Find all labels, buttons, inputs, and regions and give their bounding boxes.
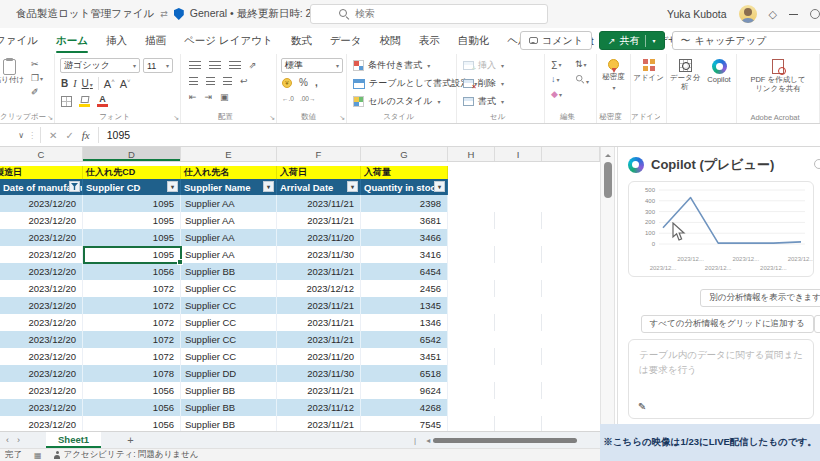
comments-button[interactable]: コメント (520, 31, 592, 50)
empty-cell[interactable] (448, 246, 495, 263)
ribbon-tab-7[interactable]: 校閲 (371, 28, 410, 54)
table-cell[interactable]: 2023/11/21 (277, 263, 361, 280)
sort-filter-button[interactable]: ⇅▾ (575, 59, 589, 69)
shrink-font-button[interactable]: A˅ (120, 78, 131, 90)
copilot-suggestion-button[interactable]: 別の分析情報を表示できます (700, 289, 820, 307)
vertical-scroll-thumb[interactable] (604, 162, 612, 198)
table-cell[interactable]: 2023/11/21 (277, 297, 361, 314)
table-cell[interactable]: 2023/11/30 (277, 365, 361, 382)
table-cell[interactable]: Supplier DD (181, 365, 277, 382)
fill-color-button[interactable] (79, 96, 90, 107)
table-cell[interactable]: 2023/11/20 (277, 229, 361, 246)
dialog-launcher-icon[interactable]: ↘ (339, 114, 345, 122)
comma-format-icon[interactable]: , (315, 77, 318, 88)
table-cell[interactable]: 1072 (83, 348, 181, 365)
font-name-select[interactable]: 游ゴシック▾ (60, 58, 140, 73)
empty-cell[interactable] (448, 331, 495, 348)
table-cell[interactable]: Supplier CC (181, 314, 277, 331)
table-cell[interactable]: 3451 (361, 348, 448, 365)
ribbon-tab-6[interactable]: データ (321, 28, 371, 54)
copilot-button[interactable]: Copilot (702, 59, 736, 85)
table-header-cell[interactable]: Arrival Date▾ (277, 179, 361, 195)
table-cell[interactable]: 1095 (83, 229, 181, 246)
yellow-header-cell[interactable]: 入荷量 (361, 166, 448, 179)
copilot-add-insights-button[interactable]: すべての分析情報をグリッドに追加する (641, 315, 814, 333)
empty-cell[interactable] (448, 195, 495, 212)
table-cell[interactable]: 1056 (83, 382, 181, 399)
decrease-indent-icon[interactable]: ⇤ (189, 92, 197, 102)
ribbon-tab-0[interactable]: ファイル (0, 28, 47, 54)
fx-icon[interactable]: fx (82, 129, 90, 141)
table-cell[interactable]: Supplier CC (181, 348, 277, 365)
decrease-decimal-icon[interactable]: .00→ (300, 95, 316, 102)
table-cell[interactable]: Supplier CC (181, 297, 277, 314)
table-cell[interactable]: 1056 (83, 399, 181, 416)
table-cell[interactable]: 1078 (83, 365, 181, 382)
empty-cell[interactable] (448, 348, 495, 365)
table-cell[interactable]: 3416 (361, 246, 448, 263)
prev-sheet-button[interactable]: ‹ (6, 435, 9, 445)
paste-button[interactable]: 貼り付け (0, 59, 27, 85)
column-header-G[interactable]: G (361, 147, 448, 161)
add-sheet-button[interactable]: + (127, 434, 133, 446)
empty-cell[interactable] (448, 314, 495, 331)
table-cell[interactable]: 2023/11/30 (277, 246, 361, 263)
empty-cell[interactable] (448, 297, 495, 314)
addins-button[interactable]: アドイン (631, 59, 666, 83)
table-cell[interactable]: 2023/12/20 (0, 365, 83, 382)
empty-cell[interactable] (495, 331, 542, 348)
filter-active-button[interactable] (69, 181, 80, 192)
vertical-scrollbar[interactable] (600, 147, 615, 424)
table-header-cell[interactable]: Supplier Name▾ (181, 179, 277, 195)
filter-dropdown-button[interactable]: ▾ (347, 181, 358, 192)
share-button[interactable]: ↗ 共有 ▾ (599, 31, 665, 50)
sheet-tab[interactable]: Sheet1 (46, 432, 101, 448)
empty-cell[interactable] (448, 280, 495, 297)
table-cell[interactable]: 1056 (83, 416, 181, 431)
column-header-F[interactable]: F (277, 147, 361, 161)
ribbon-tab-8[interactable]: 表示 (410, 28, 449, 54)
format-cells-button[interactable]: 書式▾ (463, 95, 504, 108)
empty-cell[interactable] (495, 348, 542, 365)
macro-record-icon[interactable]: ▦ (34, 451, 42, 460)
yellow-header-cell[interactable]: 入荷日 (277, 166, 361, 179)
empty-cell[interactable] (495, 263, 542, 280)
panel-options-icon[interactable] (814, 159, 820, 169)
restore-button[interactable] (810, 9, 820, 19)
table-cell[interactable]: Supplier AA (181, 195, 277, 212)
empty-cell[interactable] (495, 246, 542, 263)
table-cell[interactable]: 1095 (83, 246, 181, 263)
table-cell[interactable]: 2023/12/20 (0, 195, 83, 212)
prompt-pen-icon[interactable]: ✎ (638, 401, 646, 412)
font-size-select[interactable]: 11▾ (143, 58, 173, 73)
data-analysis-button[interactable]: データ分析 (668, 59, 702, 91)
table-cell[interactable]: 6518 (361, 365, 448, 382)
table-cell[interactable]: 1095 (83, 195, 181, 212)
table-cell[interactable]: 1072 (83, 314, 181, 331)
table-cell[interactable]: Supplier BB (181, 382, 277, 399)
scrollbar-split-icon[interactable]: | ◂ (414, 436, 434, 445)
empty-cell[interactable] (495, 382, 542, 399)
column-header-E[interactable]: E (181, 147, 277, 161)
empty-cell[interactable] (495, 365, 542, 382)
table-cell[interactable]: Supplier CC (181, 280, 277, 297)
table-cell[interactable]: 2023/11/21 (277, 314, 361, 331)
font-color-button[interactable]: A (97, 95, 108, 107)
table-cell[interactable]: 1072 (83, 331, 181, 348)
increase-decimal-icon[interactable]: ←.0 (282, 95, 294, 102)
table-cell[interactable]: 2023/11/12 (277, 399, 361, 416)
dialog-launcher-icon[interactable]: ↘ (269, 114, 275, 122)
table-cell[interactable]: 2023/12/20 (0, 416, 83, 431)
ribbon-tab-2[interactable]: 挿入 (97, 28, 136, 54)
table-cell[interactable]: 1345 (361, 297, 448, 314)
avatar[interactable] (739, 5, 757, 23)
empty-cell[interactable] (448, 263, 495, 280)
table-cell[interactable]: 1095 (83, 212, 181, 229)
table-cell[interactable]: Supplier BB (181, 263, 277, 280)
column-header-D[interactable]: D (83, 147, 181, 161)
table-cell[interactable]: Supplier AA (181, 212, 277, 229)
filter-dropdown-button[interactable]: ▾ (167, 181, 178, 192)
merge-center-icon[interactable]: ▣ (220, 92, 229, 102)
table-cell[interactable]: Supplier BB (181, 416, 277, 431)
search-input[interactable]: 検索 (310, 4, 548, 24)
